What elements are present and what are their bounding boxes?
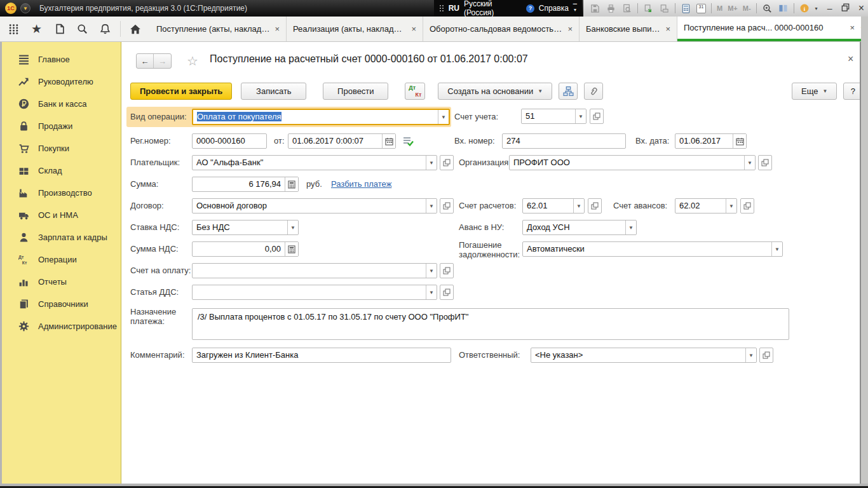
print-icon[interactable] xyxy=(606,3,616,14)
debt-repayment-field[interactable]: Автоматически ▼ xyxy=(522,241,783,257)
payer-field[interactable]: АО "Альфа-Банк" ▼ xyxy=(192,155,437,170)
comment-field[interactable]: Загружен из Клиент-Банка xyxy=(192,348,451,363)
add-to-favorites-icon[interactable]: ☆ xyxy=(187,53,198,69)
account-open-button[interactable] xyxy=(590,109,604,124)
help-icon[interactable]: ? xyxy=(526,4,534,13)
tab-postuplenie-na-schet-active[interactable]: Поступление на расч... 0000-000160 × xyxy=(677,17,862,41)
tab-postuplenie-akty[interactable]: Поступление (акты, накладные) × xyxy=(150,17,287,41)
sidebar-item-otchety[interactable]: Отчеты xyxy=(2,271,121,293)
reg-number-field[interactable]: 0000-000160 xyxy=(192,133,267,149)
dropdown-icon[interactable]: ▼ xyxy=(287,220,298,234)
vat-amount-field[interactable]: 0,00 xyxy=(192,241,299,257)
zoom-icon[interactable] xyxy=(762,3,773,14)
dropdown-icon[interactable]: ▼ xyxy=(426,156,437,170)
close-button[interactable]: × xyxy=(858,0,864,17)
contract-field[interactable]: Основной договор ▼ xyxy=(192,198,437,214)
tab-close-icon[interactable]: × xyxy=(275,24,280,34)
restore-button[interactable] xyxy=(841,0,850,17)
date-field[interactable]: 01.06.2017 0:00:07 xyxy=(288,133,396,149)
back-button[interactable]: ← xyxy=(137,54,154,68)
chevron-down-icon[interactable]: ▔▾ xyxy=(573,5,577,11)
invoice-open-button[interactable] xyxy=(440,263,454,278)
attach-file-icon[interactable] xyxy=(643,3,654,14)
incoming-number-field[interactable]: 274 xyxy=(502,133,626,149)
sidebar-item-pokupki[interactable]: Покупки xyxy=(2,137,121,159)
responsible-field[interactable]: <Не указан> ▼ xyxy=(531,348,757,363)
tab-osv[interactable]: Оборотно-сальдовая ведомость п... × xyxy=(423,17,580,41)
vat-rate-field[interactable]: Без НДС ▼ xyxy=(192,220,299,235)
split-payment-link[interactable]: Разбить платеж xyxy=(331,177,391,192)
payment-purpose-field[interactable]: /3/ Выплата процентов с 01.05.17 по 31.0… xyxy=(192,308,789,340)
operation-field[interactable]: Оплата от покупателя ▼ xyxy=(192,109,450,125)
tab-close-icon[interactable]: × xyxy=(850,23,855,32)
dropdown-icon[interactable]: ▼ xyxy=(573,199,584,213)
incoming-date-field[interactable]: 01.06.2017 xyxy=(675,133,747,149)
sidebar-item-os-i-nma[interactable]: ОС и НМА xyxy=(2,204,121,226)
favorites-icon[interactable]: ★ xyxy=(31,23,43,35)
calculator-picker-icon[interactable] xyxy=(285,242,298,256)
account-field[interactable]: 51 ▼ xyxy=(521,109,587,124)
sidebar-item-operacii[interactable]: ДтКт Операции xyxy=(2,248,121,271)
help-label[interactable]: Справка xyxy=(539,4,569,13)
info-icon[interactable]: i xyxy=(799,3,810,14)
amount-field[interactable]: 6 176,94 xyxy=(192,177,299,192)
write-button[interactable]: Записать xyxy=(241,83,306,100)
dropdown-icon[interactable]: ▼ xyxy=(438,110,449,124)
split-view-icon[interactable] xyxy=(778,3,789,14)
info-dropdown-icon[interactable]: ▾ xyxy=(815,6,818,11)
dropdown-icon[interactable]: ▼ xyxy=(426,199,437,213)
create-based-on-button[interactable]: Создать на основании ▼ xyxy=(438,83,552,100)
dropdown-icon[interactable]: ▼ xyxy=(745,348,756,362)
invoice-field[interactable]: ▼ xyxy=(192,263,437,278)
system-menu-button[interactable]: ▼ xyxy=(20,3,31,13)
tab-close-icon[interactable]: × xyxy=(567,24,573,34)
memory-subtract-button[interactable]: M- xyxy=(743,4,751,12)
contract-open-button[interactable] xyxy=(440,198,454,214)
organization-open-button[interactable] xyxy=(758,155,772,170)
organization-field[interactable]: ПРОФИТ ООО ▼ xyxy=(509,155,756,170)
document-close-icon[interactable]: × xyxy=(848,53,853,65)
sidebar-item-rukovoditelyu[interactable]: Руководителю xyxy=(2,71,121,93)
settlement-account-field[interactable]: 62.01 ▼ xyxy=(522,198,585,214)
dropdown-icon[interactable]: ▼ xyxy=(771,242,782,256)
forward-button[interactable]: → xyxy=(154,54,171,68)
save-icon[interactable] xyxy=(590,3,600,14)
calculator-icon[interactable] xyxy=(681,3,691,14)
tab-close-icon[interactable]: × xyxy=(411,24,416,34)
advance-account-open-button[interactable] xyxy=(740,198,754,214)
advance-account-field[interactable]: 62.02 ▼ xyxy=(675,198,737,214)
tab-close-icon[interactable]: × xyxy=(665,24,670,34)
post-and-close-button[interactable]: Провести и закрыть xyxy=(130,83,232,100)
memory-recall-button[interactable]: M xyxy=(717,4,722,12)
all-functions-icon[interactable] xyxy=(8,23,20,35)
search-icon[interactable] xyxy=(76,23,88,35)
attached-files-button[interactable] xyxy=(584,83,603,100)
dds-item-open-button[interactable] xyxy=(440,285,454,300)
show-postings-button[interactable]: Дт Кт xyxy=(405,83,425,100)
language-panel[interactable]: RU Русский (Россия) ? Справка ▔▾ xyxy=(434,0,582,17)
advance-nu-field[interactable]: Доход УСН ▼ xyxy=(522,220,637,235)
sidebar-item-sklad[interactable]: Склад xyxy=(2,159,121,182)
dropdown-icon[interactable]: ▼ xyxy=(426,285,437,299)
minimize-button[interactable]: – xyxy=(827,0,832,17)
calculator-picker-icon[interactable] xyxy=(285,177,298,191)
home-page-button[interactable] xyxy=(121,17,150,41)
sidebar-item-administrirovanie[interactable]: Администрирование xyxy=(2,315,121,337)
tab-bankovskie-vypiski[interactable]: Банковские выписки × xyxy=(580,17,677,41)
tab-realizaciya-akty[interactable]: Реализация (акты, накладные) × xyxy=(287,17,423,41)
notifications-bell-icon[interactable] xyxy=(99,23,111,35)
payer-open-button[interactable] xyxy=(440,155,454,170)
dropdown-icon[interactable]: ▼ xyxy=(575,109,586,123)
settlement-account-open-button[interactable] xyxy=(588,198,602,214)
dropdown-icon[interactable]: ▼ xyxy=(426,264,437,278)
dropdown-icon[interactable]: ▼ xyxy=(726,199,736,213)
calendar-icon[interactable]: 31 xyxy=(696,4,706,13)
dropdown-icon[interactable]: ▼ xyxy=(744,156,755,170)
more-button[interactable]: Еще ▼ xyxy=(792,83,837,100)
memory-add-button[interactable]: M+ xyxy=(728,4,738,12)
calendar-picker-icon[interactable] xyxy=(733,134,746,148)
sidebar-item-proizvodstvo[interactable]: Производство xyxy=(2,182,121,204)
dds-item-field[interactable]: ▼ xyxy=(192,285,437,300)
sidebar-item-prodazhi[interactable]: Продажи xyxy=(2,115,121,137)
related-documents-button[interactable] xyxy=(559,83,578,100)
